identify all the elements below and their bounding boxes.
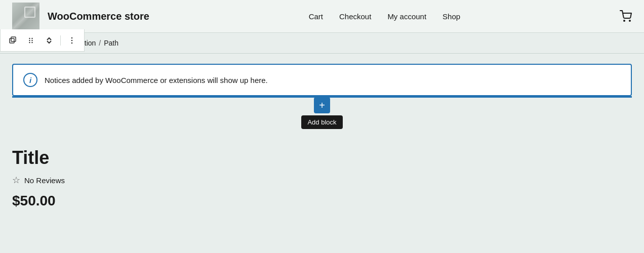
main-content: i Notices added by WooCommerce or extens… (0, 54, 644, 139)
svg-rect-2 (10, 38, 14, 43)
svg-point-9 (31, 41, 32, 43)
toolbar-divider (60, 35, 61, 46)
svg-point-0 (624, 20, 625, 21)
add-block-btn-wrap: + Add block (301, 97, 342, 129)
cart-icon-wrap[interactable] (620, 10, 632, 22)
breadcrumb: Breadcrumbs / Navigation / Path (12, 39, 632, 47)
breadcrumb-area: Breadcrumbs / Navigation / Path (0, 33, 644, 54)
site-logo (12, 3, 39, 30)
svg-point-1 (629, 20, 630, 21)
notice-box: i Notices added by WooCommerce or extens… (12, 64, 632, 96)
svg-point-6 (29, 41, 30, 43)
breadcrumb-separator-2: / (99, 39, 101, 47)
site-title: WooCommerce store (48, 11, 149, 22)
svg-rect-3 (11, 37, 16, 41)
product-section: Title ☆ No Reviews $50.00 (0, 139, 644, 217)
svg-point-4 (29, 37, 30, 38)
reviews-row: ☆ No Reviews (12, 175, 632, 186)
notice-icon: i (23, 73, 37, 87)
add-block-tooltip: Add block (301, 115, 342, 129)
nav-link-my-account[interactable]: My account (387, 12, 426, 21)
svg-point-7 (31, 37, 32, 38)
move-updown-btn[interactable] (41, 32, 57, 49)
duplicate-block-btn[interactable] (5, 32, 21, 49)
site-header: WooCommerce store Cart Checkout My accou… (0, 0, 644, 33)
svg-point-12 (71, 42, 73, 44)
svg-point-11 (71, 39, 73, 41)
header-nav: Cart Checkout My account Shop (309, 12, 460, 21)
block-options-btn[interactable] (64, 32, 80, 49)
star-icon: ☆ (12, 175, 20, 186)
nav-link-cart[interactable]: Cart (309, 12, 323, 21)
block-toolbar (0, 29, 85, 52)
add-block-area: + Add block (12, 96, 632, 129)
nav-link-shop[interactable]: Shop (442, 12, 460, 21)
add-block-plus-btn[interactable]: + (314, 97, 330, 113)
drag-handle-btn[interactable] (23, 32, 39, 49)
svg-point-8 (31, 39, 32, 40)
reviews-text: No Reviews (24, 176, 65, 185)
cart-icon (620, 10, 632, 22)
product-price: $50.00 (12, 193, 632, 209)
svg-point-10 (71, 37, 73, 38)
notice-text: Notices added by WooCommerce or extensio… (45, 76, 268, 85)
product-title: Title (12, 147, 632, 168)
svg-point-5 (29, 39, 30, 40)
breadcrumb-item-path: Path (104, 39, 118, 47)
nav-link-checkout[interactable]: Checkout (339, 12, 371, 21)
header-left: WooCommerce store (12, 3, 149, 30)
